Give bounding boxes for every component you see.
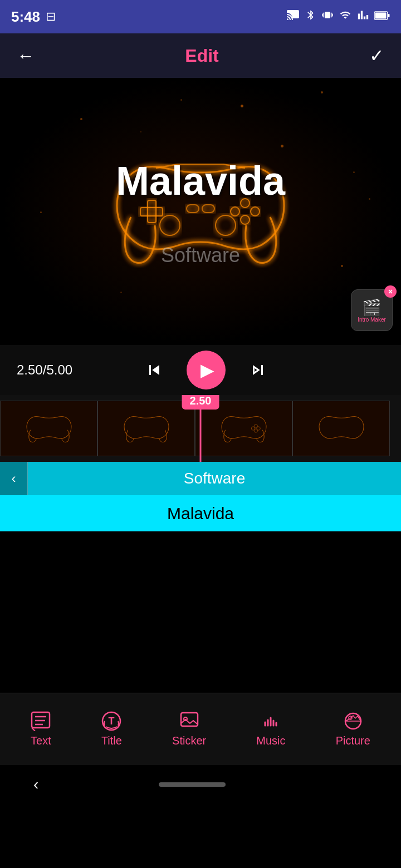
watermark-label: Intro Maker xyxy=(358,317,386,323)
cast-icon: ⊟ xyxy=(46,9,56,24)
playhead-label: 2.50 xyxy=(182,395,219,410)
system-back-button[interactable]: ‹ xyxy=(33,776,38,793)
battery-icon xyxy=(374,9,390,24)
controller-graphic xyxy=(84,128,317,295)
cast-icon xyxy=(286,8,300,25)
nav-item-music[interactable]: Music xyxy=(250,706,292,753)
bottom-navigation: Text T Title Sticker Music xyxy=(0,693,401,765)
back-button[interactable]: ← xyxy=(17,46,35,66)
playback-controls: ▶ xyxy=(144,351,268,389)
svg-point-7 xyxy=(231,207,239,216)
svg-point-11 xyxy=(160,215,180,235)
svg-rect-1 xyxy=(388,14,390,17)
svg-rect-10 xyxy=(202,205,214,213)
nav-item-sticker[interactable]: Sticker xyxy=(165,706,213,753)
timeline-frame xyxy=(0,401,97,456)
status-time: 5:48 xyxy=(11,8,40,26)
play-icon: ▶ xyxy=(200,359,214,381)
watermark-badge[interactable]: × 🎬 Intro Maker xyxy=(351,289,395,334)
software-track[interactable]: ‹ Software xyxy=(0,462,401,495)
status-bar: 5:48 ⊟ xyxy=(0,0,401,33)
svg-rect-4 xyxy=(140,208,163,216)
software-track-label: Software xyxy=(28,470,401,487)
confirm-button[interactable]: ✓ xyxy=(369,45,384,66)
skip-back-button[interactable] xyxy=(144,360,164,380)
video-main-title: Malavida xyxy=(116,158,285,204)
time-display: 2.50/5.00 xyxy=(17,362,72,378)
play-button[interactable]: ▶ xyxy=(187,351,226,389)
video-preview: Malavida Software × 🎬 Intro Maker xyxy=(0,78,401,345)
top-bar: ← Edit ✓ xyxy=(0,33,401,78)
video-subtitle: Software xyxy=(161,244,240,267)
playback-controls-bar: 2.50/5.00 ▶ xyxy=(0,345,401,395)
system-navigation: ‹ xyxy=(0,765,401,804)
nav-picture-label: Picture xyxy=(336,734,370,747)
timeline-frame xyxy=(292,401,390,456)
watermark-close[interactable]: × xyxy=(384,285,397,298)
signal-icon xyxy=(358,8,369,25)
svg-point-6 xyxy=(251,207,260,216)
timeline-frame xyxy=(97,401,195,456)
nav-item-title[interactable]: T Title xyxy=(95,706,129,753)
vibrate-icon xyxy=(322,8,333,25)
home-indicator[interactable] xyxy=(159,782,226,787)
nav-title-label: Title xyxy=(101,734,122,747)
svg-rect-2 xyxy=(375,13,387,19)
watermark-camera-icon: 🎬 xyxy=(362,298,382,317)
svg-rect-9 xyxy=(187,205,199,213)
nav-music-label: Music xyxy=(256,734,285,747)
empty-canvas-area xyxy=(0,531,401,693)
timeline-scrubber[interactable]: 2.50 xyxy=(0,395,401,462)
svg-rect-3 xyxy=(148,200,156,223)
nav-item-text[interactable]: Text xyxy=(24,706,58,753)
nav-item-picture[interactable]: Picture xyxy=(329,706,377,753)
svg-point-16 xyxy=(254,429,257,432)
bluetooth-icon xyxy=(305,8,316,25)
malavida-track[interactable]: Malavida xyxy=(0,495,401,531)
svg-text:T: T xyxy=(109,716,115,727)
page-title: Edit xyxy=(185,46,218,66)
nav-text-label: Text xyxy=(31,734,51,747)
wifi-icon xyxy=(339,9,352,24)
svg-point-8 xyxy=(241,215,250,224)
svg-point-12 xyxy=(216,215,236,235)
skip-forward-button[interactable] xyxy=(248,360,268,380)
malavida-track-label: Malavida xyxy=(167,504,234,523)
nav-sticker-label: Sticker xyxy=(172,734,206,747)
track-back-button[interactable]: ‹ xyxy=(0,462,28,495)
